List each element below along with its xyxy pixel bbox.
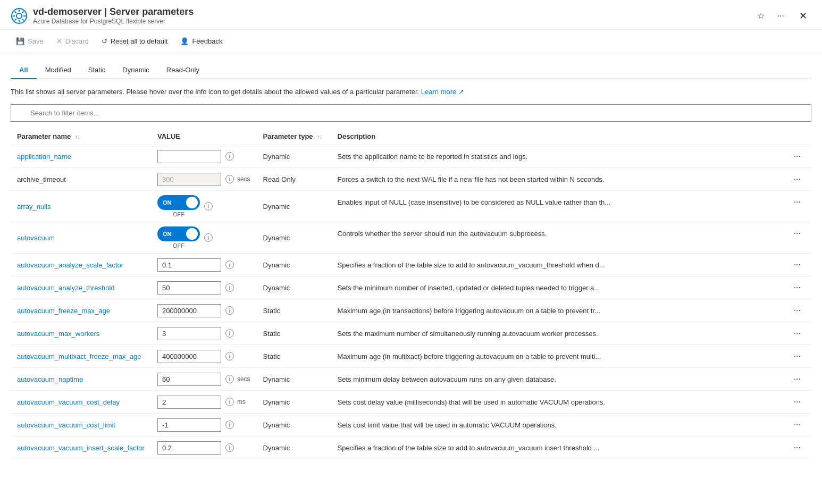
row-more-button[interactable]: ··· <box>790 195 805 209</box>
reset-button[interactable]: ↺ Reset all to default <box>96 34 173 48</box>
param-value-input[interactable] <box>157 418 221 432</box>
col-name[interactable]: Parameter name ↑↓ <box>11 128 151 145</box>
tab-dynamic[interactable]: Dynamic <box>114 62 158 79</box>
info-icon[interactable]: i <box>225 152 234 161</box>
value-cell-container: ON OFF i <box>157 226 250 249</box>
param-name-link[interactable]: autovacuum_freeze_max_age <box>17 307 110 315</box>
row-more-button[interactable]: ··· <box>790 304 805 317</box>
col-type[interactable]: Parameter type ↑↓ <box>257 128 331 145</box>
param-desc-cell: Specifies a fraction of the table size t… <box>331 254 811 276</box>
info-icon[interactable]: i <box>225 329 234 338</box>
unit-label: ms <box>237 398 246 406</box>
table-row: autovacuum_freeze_max_ageiStaticMaximum … <box>11 299 811 322</box>
table-row: autovacuum ON OFF iDynamicControls wheth… <box>11 222 811 254</box>
row-more-button[interactable]: ··· <box>790 326 805 340</box>
param-value-cell: i <box>151 345 257 368</box>
param-value-input[interactable] <box>157 350 221 363</box>
tab-all[interactable]: All <box>11 62 37 79</box>
param-value-input[interactable] <box>157 373 221 386</box>
param-desc-cell: Maximum age (in transactions) before tri… <box>331 299 811 322</box>
param-value-input[interactable] <box>157 281 221 295</box>
row-more-button[interactable]: ··· <box>790 149 805 163</box>
param-name-link[interactable]: autovacuum_analyze_scale_factor <box>17 261 123 269</box>
description-text: Forces a switch to the next WAL file if … <box>338 175 605 183</box>
tab-read-only[interactable]: Read-Only <box>158 62 208 79</box>
param-name-link[interactable]: autovacuum <box>17 234 55 242</box>
feedback-button[interactable]: 👤 Feedback <box>175 34 228 48</box>
more-options-button[interactable]: ··· <box>775 9 786 23</box>
value-cell-container: i <box>157 258 250 272</box>
param-name-link[interactable]: autovacuum_vacuum_cost_delay <box>17 398 120 406</box>
table-row: autovacuum_max_workersiStaticSets the ma… <box>11 322 811 345</box>
param-value-input[interactable] <box>157 441 221 455</box>
param-name-link[interactable]: autovacuum_vacuum_insert_scale_factor <box>17 444 145 452</box>
param-value-input[interactable] <box>157 304 221 317</box>
info-icon[interactable]: i <box>225 283 234 292</box>
param-name-cell: autovacuum_vacuum_insert_scale_factor <box>11 436 151 459</box>
info-icon[interactable]: i <box>225 421 234 429</box>
param-value-cell: ON OFF i <box>151 222 257 254</box>
toggle-switch[interactable]: ON <box>157 195 200 210</box>
param-value-cell: i <box>151 276 257 299</box>
param-value-input[interactable] <box>157 327 221 340</box>
search-input[interactable] <box>11 104 811 122</box>
table-row: autovacuum_vacuum_cost_delayimsDynamicSe… <box>11 391 811 414</box>
tab-modified[interactable]: Modified <box>37 62 80 79</box>
favorite-button[interactable]: ☆ <box>755 9 767 23</box>
row-more-button[interactable]: ··· <box>790 172 805 186</box>
svg-point-1 <box>16 13 22 19</box>
close-button[interactable]: ✕ <box>795 8 811 24</box>
tabs: All Modified Static Dynamic Read-Only <box>11 62 811 79</box>
info-icon[interactable]: i <box>204 202 213 211</box>
param-name-link[interactable]: autovacuum_vacuum_cost_limit <box>17 421 115 429</box>
param-value-cell: i <box>151 322 257 345</box>
info-icon[interactable]: i <box>225 398 234 406</box>
param-name-cell: autovacuum_analyze_threshold <box>11 276 151 299</box>
param-name-link[interactable]: autovacuum_analyze_threshold <box>17 284 115 292</box>
row-more-button[interactable]: ··· <box>790 418 805 432</box>
param-value-input <box>157 173 221 186</box>
info-icon[interactable]: i <box>225 261 234 269</box>
table-row: archive_timeoutisecsRead OnlyForces a sw… <box>11 168 811 191</box>
param-value-input[interactable] <box>157 150 221 163</box>
param-desc-cell: Enables input of NULL (case insensitive)… <box>331 191 811 213</box>
row-more-button[interactable]: ··· <box>790 441 805 455</box>
param-value-cell: ims <box>151 391 257 414</box>
param-name-link[interactable]: autovacuum_naptime <box>17 375 83 383</box>
row-more-button[interactable]: ··· <box>790 281 805 295</box>
learn-more-link[interactable]: Learn more ↗ <box>421 88 464 96</box>
save-label: Save <box>28 37 44 45</box>
info-icon[interactable]: i <box>204 233 213 242</box>
row-more-button[interactable]: ··· <box>790 395 805 409</box>
param-name-cell: application_name <box>11 145 151 168</box>
param-name-link[interactable]: autovacuum_multixact_freeze_max_age <box>17 352 141 360</box>
col-desc: Description <box>331 128 811 145</box>
param-type-cell: Dynamic <box>257 254 331 276</box>
param-name-cell: autovacuum_analyze_scale_factor <box>11 254 151 276</box>
param-value-cell: isecs <box>151 168 257 191</box>
param-name-link[interactable]: application_name <box>17 153 71 161</box>
param-name-cell: autovacuum_naptime <box>11 368 151 391</box>
info-icon[interactable]: i <box>225 352 234 360</box>
info-icon[interactable]: i <box>225 175 234 183</box>
save-button[interactable]: 💾 Save <box>11 34 49 48</box>
info-icon[interactable]: i <box>225 306 234 315</box>
feedback-icon: 👤 <box>180 37 189 45</box>
param-name-link[interactable]: autovacuum_max_workers <box>17 330 99 338</box>
param-value-input[interactable] <box>157 258 221 272</box>
table-row: application_nameiDynamicSets the applica… <box>11 145 811 168</box>
row-more-button[interactable]: ··· <box>790 349 805 363</box>
row-more-button[interactable]: ··· <box>790 372 805 386</box>
info-icon[interactable]: i <box>225 443 234 452</box>
description-text: Sets the minimum number of inserted, upd… <box>338 284 600 292</box>
tab-static[interactable]: Static <box>80 62 114 79</box>
toggle-switch[interactable]: ON <box>157 226 200 241</box>
info-icon[interactable]: i <box>225 375 234 383</box>
discard-button[interactable]: ✕ Discard <box>51 34 94 48</box>
param-value-input[interactable] <box>157 396 221 409</box>
row-more-button[interactable]: ··· <box>790 258 805 272</box>
param-desc-cell: Sets the application name to be reported… <box>331 145 811 167</box>
param-desc-cell: Controls whether the server should run t… <box>331 222 811 245</box>
row-more-button[interactable]: ··· <box>790 226 805 240</box>
param-name-link[interactable]: array_nulls <box>17 203 51 211</box>
